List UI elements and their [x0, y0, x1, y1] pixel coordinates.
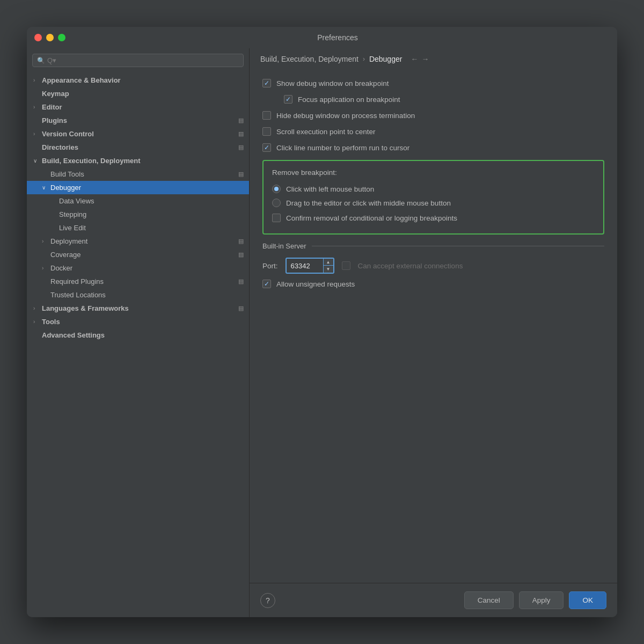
port-input-wrapper: ▲ ▼: [286, 258, 334, 274]
rp-icon: ▤: [238, 278, 244, 285]
expand-arrow-lf: ›: [33, 305, 42, 311]
cov-icon: ▤: [238, 251, 244, 258]
apply-button[interactable]: Apply: [519, 591, 564, 609]
focus-app-row: Focus application on breakpoint: [262, 91, 604, 107]
show-debug-window-checkbox[interactable]: [262, 79, 271, 87]
cancel-button[interactable]: Cancel: [464, 591, 514, 609]
main-content: 🔍 › Appearance & Behavior Keymap › Edito…: [27, 48, 617, 617]
lf-icon: ▤: [238, 305, 244, 312]
port-decrement-button[interactable]: ▼: [324, 266, 333, 273]
can-accept-external-label: Can accept external connections: [358, 262, 463, 270]
settings-content: Show debug window on breakpoint Focus ap…: [250, 70, 617, 583]
scroll-exec-label: Scroll execution point to center: [276, 128, 376, 136]
dir-icon: ▤: [238, 144, 244, 151]
search-box[interactable]: 🔍: [32, 54, 244, 67]
breadcrumb-separator: ›: [363, 55, 365, 63]
right-panel: Build, Execution, Deployment › Debugger …: [250, 48, 617, 617]
sidebar-item-build-exec-deploy[interactable]: ∨ Build, Execution, Deployment: [27, 154, 249, 167]
minimize-button[interactable]: [46, 34, 54, 41]
breadcrumb-current: Debugger: [369, 55, 402, 63]
bottom-bar: ? Cancel Apply OK: [250, 583, 617, 617]
sidebar-tree: › Appearance & Behavior Keymap › Editor …: [27, 71, 249, 617]
scroll-exec-checkbox[interactable]: [262, 127, 271, 136]
expand-arrow-deploy: ›: [42, 238, 50, 244]
radio-drag-editor-label: Drag to the editor or click with middle …: [286, 199, 451, 207]
port-input[interactable]: [287, 260, 323, 272]
expand-arrow-docker: ›: [42, 265, 50, 271]
click-line-checkbox[interactable]: [262, 143, 271, 152]
radio-click-left-label: Click with left mouse button: [286, 185, 374, 193]
built-in-server-section: Built-in Server: [262, 242, 604, 250]
vc-icon: ▤: [238, 130, 244, 137]
radio-click-left[interactable]: [272, 185, 281, 193]
traffic-lights: [34, 34, 65, 41]
divider-line: [312, 246, 604, 246]
plugins-icon: ▤: [238, 117, 244, 124]
sidebar-item-live-edit[interactable]: Live Edit: [27, 221, 249, 235]
sidebar: 🔍 › Appearance & Behavior Keymap › Edito…: [27, 48, 250, 617]
can-accept-external-checkbox[interactable]: [342, 261, 350, 270]
sidebar-item-coverage[interactable]: Coverage ▤: [27, 248, 249, 261]
expand-arrow-tools: ›: [33, 319, 42, 325]
scroll-exec-row: Scroll execution point to center: [262, 123, 604, 140]
built-in-server-label: Built-in Server: [262, 242, 306, 250]
bottom-actions: Cancel Apply OK: [464, 591, 606, 609]
sidebar-item-data-views[interactable]: Data Views: [27, 194, 249, 208]
hide-debug-window-label: Hide debug window on process termination: [276, 112, 415, 120]
remove-breakpoint-group: Remove breakpoint: Click with left mouse…: [262, 160, 604, 235]
sidebar-item-languages-frameworks[interactable]: › Languages & Frameworks ▤: [27, 302, 249, 315]
ok-button[interactable]: OK: [569, 591, 606, 609]
sidebar-item-docker[interactable]: › Docker: [27, 261, 249, 275]
search-input[interactable]: [47, 56, 239, 64]
sidebar-item-editor[interactable]: › Editor: [27, 100, 249, 114]
sidebar-item-directories[interactable]: Directories ▤: [27, 141, 249, 154]
sidebar-item-build-tools[interactable]: Build Tools ▤: [27, 167, 249, 181]
port-row: Port: ▲ ▼ Can accept external connection…: [262, 255, 604, 276]
sidebar-item-tools[interactable]: › Tools: [27, 315, 249, 328]
close-button[interactable]: [34, 34, 42, 41]
focus-app-label: Focus application on breakpoint: [298, 96, 400, 104]
allow-unsigned-label: Allow unsigned requests: [276, 280, 355, 288]
hide-debug-window-row: Hide debug window on process termination: [262, 107, 604, 123]
bt-icon: ▤: [238, 171, 244, 178]
expand-arrow-appearance: ›: [33, 77, 42, 83]
breadcrumb-bar: Build, Execution, Deployment › Debugger …: [250, 48, 617, 70]
port-increment-button[interactable]: ▲: [324, 259, 333, 266]
click-line-label: Click line number to perform run to curs…: [276, 144, 409, 152]
radio-drag-editor-row: Drag to the editor or click with middle …: [272, 196, 595, 210]
group-title: Remove breakpoint:: [272, 169, 595, 177]
hide-debug-window-checkbox[interactable]: [262, 111, 271, 120]
sidebar-item-version-control[interactable]: › Version Control ▤: [27, 127, 249, 141]
window-title: Preferences: [65, 33, 610, 42]
radio-drag-editor[interactable]: [272, 199, 281, 207]
allow-unsigned-row: Allow unsigned requests: [262, 276, 604, 292]
sidebar-item-debugger[interactable]: ∨ Debugger: [27, 181, 249, 194]
sidebar-item-required-plugins[interactable]: Required Plugins ▤: [27, 275, 249, 288]
radio-click-left-row: Click with left mouse button: [272, 182, 595, 196]
help-button[interactable]: ?: [260, 593, 275, 608]
port-label: Port:: [262, 262, 278, 270]
sidebar-item-keymap[interactable]: Keymap: [27, 87, 249, 100]
confirm-removal-checkbox[interactable]: [272, 214, 281, 222]
sidebar-item-advanced-settings[interactable]: Advanced Settings: [27, 328, 249, 342]
maximize-button[interactable]: [58, 34, 65, 41]
sidebar-item-plugins[interactable]: Plugins ▤: [27, 114, 249, 127]
sidebar-item-deployment[interactable]: › Deployment ▤: [27, 235, 249, 248]
expand-arrow-editor: ›: [33, 104, 42, 110]
preferences-window: Preferences 🔍 › Appearance & Behavior Ke…: [27, 27, 617, 617]
sidebar-item-appearance[interactable]: › Appearance & Behavior: [27, 74, 249, 87]
sidebar-item-stepping[interactable]: Stepping: [27, 208, 249, 221]
allow-unsigned-checkbox[interactable]: [262, 280, 271, 288]
show-debug-window-row: Show debug window on breakpoint: [262, 75, 604, 91]
sidebar-item-trusted-locations[interactable]: Trusted Locations: [27, 288, 249, 302]
focus-app-checkbox[interactable]: [284, 95, 292, 104]
expand-arrow-vc: ›: [33, 131, 42, 137]
deploy-icon: ▤: [238, 238, 244, 245]
search-icon: 🔍: [37, 57, 45, 64]
forward-arrow[interactable]: →: [421, 55, 429, 63]
click-line-row: Click line number to perform run to curs…: [262, 140, 604, 156]
breadcrumb-parent: Build, Execution, Deployment: [260, 55, 358, 63]
back-arrow[interactable]: ←: [411, 55, 418, 63]
port-spinner: ▲ ▼: [323, 259, 333, 273]
expand-arrow-bed: ∨: [33, 158, 42, 164]
